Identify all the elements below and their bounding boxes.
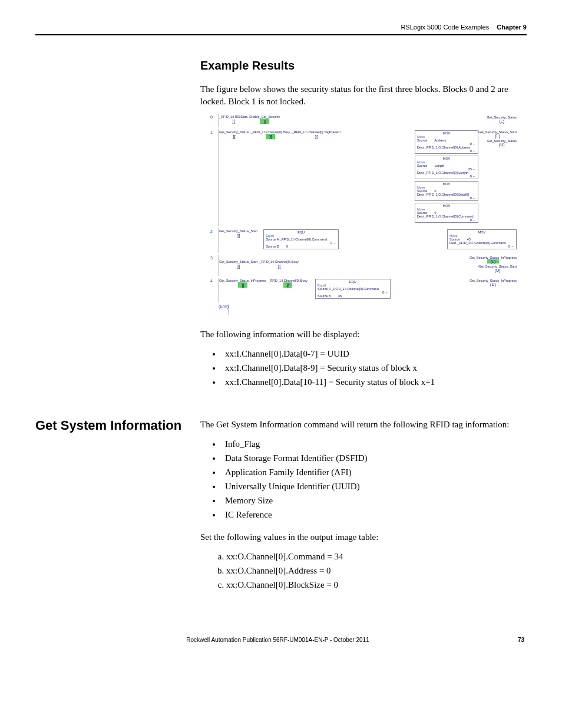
list-item: xx:I.Channel[0].Data[0-7] = UUID [222,347,527,361]
mov-block: MOV Move Source 0 Dest _RFID_1:O.Channel… [415,203,478,223]
contact: _RFID_1:I.R00Data] [ [219,115,247,124]
displayed-info-list: xx:I.Channel[0].Data[0-7] = UUID xx:I.Ch… [200,347,527,389]
mov-block: MOV Move Source Address 0 ← Dest _RFID_1… [415,130,478,154]
coil: Get_Security_Status(U) [487,139,517,147]
equ-block: EQU Equal Source A _RFID_1:I.Channel[0].… [315,279,391,299]
mov-block: MOV Move Source 45 Dest _RFID_1:O.Channe… [447,229,517,249]
rung-number: 3 [210,255,219,260]
rfid-info-list: Info_Flag Data Storage Format Identifier… [200,437,527,522]
set-values-intro: Set the following values in the output i… [200,531,527,543]
coil: Get_Security_Status_InProgress(L) [470,256,517,263]
list-item: xx:I.Channel[0].Data[10-11] = Security s… [222,375,527,389]
mov-block: MOV Move Source Length 25 ← Dest _RFID_1… [415,156,478,179]
mov-block: MOV Move Source 0 Dest _RFID_1:O.Channel… [415,181,478,201]
get-system-info-intro: The Get System Information command will … [200,419,527,431]
rung-number: 0 [210,114,219,119]
coil: Get_Security_Status_Start(U) [478,265,517,272]
contact: _RFID_1:I.Channel[0].Busy]/[ [250,130,290,139]
rung-end: (End) [210,304,229,308]
header-chapter: Chapter 9 [497,24,527,31]
contact: Get_Security_Status] [ [219,130,249,139]
contact: _RFID_1:I.Channel[0].Busy]/[ [268,279,308,288]
page-header: RSLogix 5000 Code Examples Chapter 9 [35,24,527,35]
example-results-heading: Example Results [200,59,527,73]
displayed-info-intro: The following information will be displa… [200,328,527,341]
contact: Get_Security_Status_InProgress] [ [219,279,266,288]
rung-number: 4 [210,278,219,283]
equ-block: EQU Equal Source A _RFID_1:I.Channel[0].… [263,229,339,249]
list-item: Universally Unique Identifier (UUID) [222,479,527,493]
coil: Get_Security_Status_Start(L) [478,130,517,138]
header-section: RSLogix 5000 Code Examples [401,24,489,31]
page-footer: Rockwell Automation Publication 56RF-UM0… [35,637,527,643]
coil: Get_Security_Status(L) [487,116,517,123]
example-results-intro: The figure below shows the security stat… [200,83,527,108]
get-system-info-heading: Get System Information [35,419,200,601]
list-item: xx:O.Channel[0].Address = 0 [226,564,527,578]
coil: Get_Security_Status_InProgress(U) [470,279,517,286]
contact: Get_Security_Status_Start] [ [219,229,257,238]
contact: _RFID_1:I.Channel[0].Busy] [ [259,260,299,269]
list-item: Application Family Identifier (AFI) [222,465,527,479]
list-item: xx:O.Channel[0].Command = 34 [226,549,527,564]
list-item: Memory Size [222,493,527,508]
rung-number: 2 [210,228,219,233]
ladder-figure: 0 _RFID_1:I.R00Data] [ Enable_Get_Securi… [200,114,527,317]
footer-page-number: 73 [518,637,524,643]
output-image-steps: xx:O.Channel[0].Command = 34 xx:O.Channe… [200,549,527,592]
list-item: Data Storage Format Identifier (DSFID) [222,451,527,465]
contact: _RFID_1:I.Channel[0].TagPresent] [ [292,130,340,139]
list-item: Info_Flag [222,437,527,451]
list-item: xx:O.Channel[0].BlockSize = 0 [226,578,527,592]
contact: Get_Security_Status_Start] [ [219,260,257,269]
list-item: xx:I.Channel[0].Data[8-9] = Security sta… [222,361,527,375]
footer-publication: Rockwell Automation Publication 56RF-UM0… [38,637,518,643]
rung-number: 1 [210,129,219,134]
list-item: IC Reference [222,508,527,522]
contact: Enable_Get_Security] [ [249,115,280,124]
